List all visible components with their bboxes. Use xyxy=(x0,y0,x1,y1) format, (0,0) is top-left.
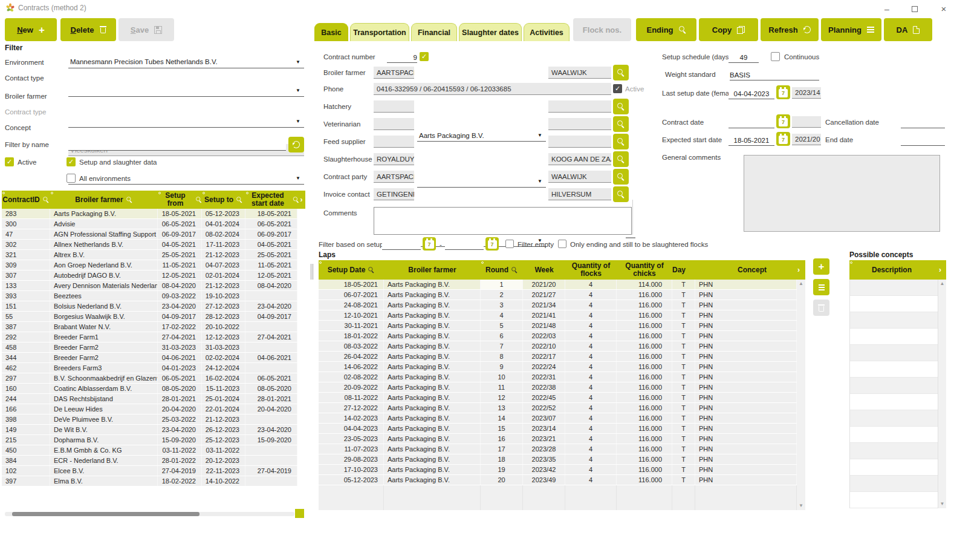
contract-row[interactable]: 302Allnex Netherlands B.V.04-05-202117-1… xyxy=(2,240,297,250)
concept-row[interactable] xyxy=(850,410,938,427)
copy-button[interactable]: Copy xyxy=(699,18,758,41)
concepts-vertical-scrollbar[interactable]: ▲▼ xyxy=(938,280,946,508)
expected-start-date-input[interactable]: 18-05-2021 xyxy=(729,134,774,146)
only-ending-checkbox[interactable] xyxy=(558,240,566,248)
hatchery-search-button[interactable] xyxy=(613,99,629,114)
pane-splitter-grip[interactable] xyxy=(311,264,313,280)
delete-button[interactable]: Delete xyxy=(60,18,116,41)
new-button[interactable]: New+ xyxy=(5,18,57,41)
contracts-table-header[interactable]: ContractID Broiler farmer Setup from Set… xyxy=(2,191,305,209)
broiler-farmer-code[interactable]: AARTSPACKA xyxy=(374,67,414,79)
contract-row[interactable]: 244DAS Rechtsbijstand28-01-202125-01-202… xyxy=(2,394,297,404)
slaughterhouse-search-button[interactable] xyxy=(613,151,629,167)
minimize-button[interactable]: – xyxy=(878,3,896,15)
scroll-up-icon[interactable]: ▲ xyxy=(799,280,803,288)
concept-row[interactable] xyxy=(850,378,938,394)
concept-row[interactable] xyxy=(850,329,938,345)
scroll-up-icon[interactable]: ▲ xyxy=(940,280,945,288)
all-environments-checkbox[interactable] xyxy=(67,174,76,183)
lap-row[interactable]: 30-11-2021Aarts Packaging B.V.52021/4841… xyxy=(319,321,797,331)
concept-row[interactable] xyxy=(850,296,938,312)
lap-row[interactable]: 06-07-2021Aarts Packaging B.V.22021/2741… xyxy=(319,290,797,300)
broiler-farmer-select[interactable]: Aarts Packaging B.V.▼ xyxy=(417,129,546,142)
contract-row[interactable]: 384ECR - Nederland B.V.28-01-202220-12-2… xyxy=(2,456,297,466)
contract-date-calendar-button[interactable]: 7 xyxy=(776,114,790,128)
lap-row[interactable]: 26-04-2022Aarts Packaging B.V.82022/1741… xyxy=(319,352,797,362)
lap-row[interactable]: 11-07-2023Aarts Packaging B.V.172023/284… xyxy=(319,444,797,454)
tab-financial[interactable]: Financial xyxy=(411,23,457,41)
filter-empty-checkbox[interactable] xyxy=(505,240,514,248)
search-icon[interactable] xyxy=(511,267,518,273)
broiler-farmer-filter-select[interactable]: ▼ xyxy=(68,115,304,128)
lap-row[interactable]: 08-11-2022Aarts Packaging B.V.122022/454… xyxy=(319,393,797,403)
setup-schedule-input[interactable]: 49 xyxy=(729,51,759,63)
contract-row[interactable]: 398DeVe Pluimvee B.V.25-03-202221-12-202… xyxy=(2,415,297,425)
lap-row[interactable]: 12-10-2021Aarts Packaging B.V.42021/4141… xyxy=(319,310,797,321)
lap-row[interactable]: 20-09-2022Aarts Packaging B.V.112022/384… xyxy=(319,382,797,393)
add-concept-button[interactable]: + xyxy=(813,258,829,275)
concept-row[interactable] xyxy=(850,459,938,476)
concept-row[interactable] xyxy=(850,394,938,410)
contract-row[interactable]: 160Coatinc Alblasserdam B.V.08-05-202015… xyxy=(2,384,297,394)
invoice-contact-search-button[interactable] xyxy=(613,186,629,202)
lap-row[interactable]: 04-04-2023Aarts Packaging B.V.152023/144… xyxy=(319,424,797,434)
contract-row[interactable]: 393Beeztees09-03-202219-10-2023 xyxy=(2,291,297,301)
concept-row[interactable] xyxy=(850,280,938,296)
lap-row[interactable]: 05-12-2023Aarts Packaging B.V.202023/494… xyxy=(319,475,797,485)
concept-list-button[interactable] xyxy=(813,279,829,295)
expand-right-icon[interactable]: › xyxy=(797,266,800,274)
feed-supplier-code[interactable] xyxy=(374,136,414,148)
contract-row[interactable]: 55Borgesius Waalwijk B.V.04-09-201728-12… xyxy=(2,312,297,322)
cancellation-date-input[interactable] xyxy=(901,116,945,128)
apply-filter-button[interactable] xyxy=(288,137,304,152)
search-icon[interactable] xyxy=(196,197,201,203)
contract-row[interactable]: 397Elma B.V.18-02-202214-10-2022 xyxy=(2,476,297,487)
comments-textarea[interactable] xyxy=(374,207,632,235)
concept-row[interactable] xyxy=(850,361,938,378)
hatchery-code[interactable] xyxy=(374,100,414,113)
lap-row[interactable]: 08-03-2022Aarts Packaging B.V.72022/1041… xyxy=(319,341,797,352)
filter-setup-to-calendar-button[interactable]: 7 xyxy=(485,237,499,251)
maximize-button[interactable] xyxy=(906,3,924,15)
table-corner-button[interactable] xyxy=(295,509,304,518)
lap-row[interactable]: 27-12-2022Aarts Packaging B.V.132022/524… xyxy=(319,403,797,413)
lap-row[interactable]: 23-05-2023Aarts Packaging B.V.162023/214… xyxy=(319,434,797,444)
refresh-button[interactable]: Refresh xyxy=(761,18,819,41)
search-icon[interactable] xyxy=(293,197,297,203)
concepts-table-header[interactable]: Description › xyxy=(849,260,946,280)
continuous-checkbox[interactable] xyxy=(771,52,780,61)
last-setup-calendar-button[interactable]: 7 xyxy=(776,85,790,99)
contract-number-input[interactable]: 9 xyxy=(387,51,417,63)
general-comments-textarea[interactable] xyxy=(744,155,940,232)
lap-row[interactable]: 02-08-2022Aarts Packaging B.V.102022/314… xyxy=(319,372,797,382)
concept-row[interactable] xyxy=(850,476,938,492)
lap-row[interactable]: 14-02-2023Aarts Packaging B.V.142023/074… xyxy=(319,413,797,424)
contract-row[interactable]: 102Elcee B.V.27-04-201922-11-202327-04-2… xyxy=(2,466,297,476)
veterinarian-code[interactable] xyxy=(374,118,414,130)
filter-setup-from-calendar-button[interactable]: 7 xyxy=(423,237,436,251)
search-icon[interactable] xyxy=(43,197,49,203)
laps-table-header[interactable]: Setup Date Broiler farmer Round Week Qua… xyxy=(319,260,805,280)
tab-slaughter-dates[interactable]: Slaughter dates xyxy=(459,23,522,41)
laps-vertical-scrollbar[interactable]: ▲▼ xyxy=(797,280,805,510)
expand-right-icon[interactable]: › xyxy=(939,266,941,274)
filter-setup-to-input[interactable] xyxy=(445,239,484,250)
expand-right-icon[interactable]: › xyxy=(300,196,303,204)
concept-row[interactable] xyxy=(850,345,938,361)
contract-row[interactable]: 307Autobedrijf DAGO B.V.12-05-202102-01-… xyxy=(2,270,297,281)
contract-row[interactable]: 166De Leeuw Hides20-04-202022-01-202420-… xyxy=(2,404,297,415)
contract-row[interactable]: 215Dopharma B.V.15-09-202025-12-202315-0… xyxy=(2,435,297,445)
slaughterhouse-code[interactable]: ROYALDUYV xyxy=(374,153,414,165)
weight-standard-input[interactable]: BASIS xyxy=(730,68,819,80)
contract-row[interactable]: 309Aon Groep Nederland B.V.11-05-202104-… xyxy=(2,260,297,270)
contract-row[interactable]: 133Avery Dennison Materials Nederland08-… xyxy=(2,281,297,291)
active-flag-checkbox[interactable]: ✓ xyxy=(613,84,622,93)
lap-row[interactable]: 18-01-2022Aarts Packaging B.V.62022/0341… xyxy=(319,331,797,341)
lap-row[interactable]: 17-10-2023Aarts Packaging B.V.192023/424… xyxy=(319,465,797,475)
active-checkbox[interactable]: ✓ xyxy=(5,157,14,166)
lap-row[interactable]: 24-08-2021Aarts Packaging B.V.32021/3441… xyxy=(319,300,797,310)
filter-by-name-input[interactable] xyxy=(68,139,286,151)
contract-date-input[interactable] xyxy=(729,116,774,128)
splitter-grip[interactable] xyxy=(626,237,635,238)
contract-number-checkbox[interactable]: ✓ xyxy=(420,52,429,61)
